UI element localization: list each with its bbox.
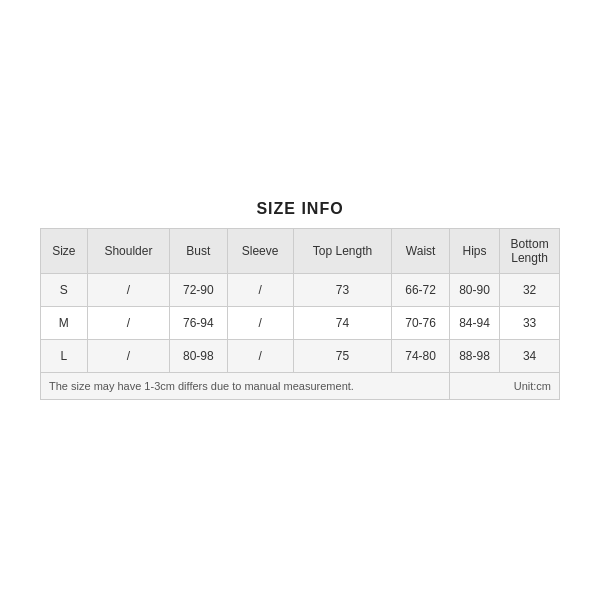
table-cell: / <box>227 307 293 340</box>
table-cell: 34 <box>500 340 560 373</box>
column-header: Bottom Length <box>500 229 560 274</box>
table-cell: L <box>41 340 88 373</box>
table-cell: 73 <box>293 274 392 307</box>
size-table: SizeShoulderBustSleeveTop LengthWaistHip… <box>40 228 560 400</box>
column-header: Hips <box>449 229 499 274</box>
table-row: S/72-90/7366-7280-9032 <box>41 274 560 307</box>
table-cell: 70-76 <box>392 307 449 340</box>
table-cell: 74 <box>293 307 392 340</box>
table-cell: 75 <box>293 340 392 373</box>
table-row: L/80-98/7574-8088-9834 <box>41 340 560 373</box>
column-header: Size <box>41 229 88 274</box>
footer-unit: Unit:cm <box>449 373 559 400</box>
table-cell: 33 <box>500 307 560 340</box>
table-cell: / <box>87 307 169 340</box>
table-cell: / <box>87 274 169 307</box>
table-cell: / <box>227 274 293 307</box>
table-header-row: SizeShoulderBustSleeveTop LengthWaistHip… <box>41 229 560 274</box>
table-cell: / <box>87 340 169 373</box>
table-cell: 76-94 <box>170 307 227 340</box>
table-cell: S <box>41 274 88 307</box>
column-header: Sleeve <box>227 229 293 274</box>
footer-row: The size may have 1-3cm differs due to m… <box>41 373 560 400</box>
column-header: Waist <box>392 229 449 274</box>
table-cell: 74-80 <box>392 340 449 373</box>
footer-note: The size may have 1-3cm differs due to m… <box>41 373 450 400</box>
table-cell: 84-94 <box>449 307 499 340</box>
table-cell: M <box>41 307 88 340</box>
table-cell: 32 <box>500 274 560 307</box>
table-row: M/76-94/7470-7684-9433 <box>41 307 560 340</box>
table-cell: / <box>227 340 293 373</box>
table-cell: 80-90 <box>449 274 499 307</box>
column-header: Shoulder <box>87 229 169 274</box>
column-header: Bust <box>170 229 227 274</box>
table-cell: 66-72 <box>392 274 449 307</box>
table-cell: 80-98 <box>170 340 227 373</box>
table-title: SIZE INFO <box>40 200 560 218</box>
size-info-container: SIZE INFO SizeShoulderBustSleeveTop Leng… <box>40 200 560 400</box>
table-cell: 72-90 <box>170 274 227 307</box>
column-header: Top Length <box>293 229 392 274</box>
table-cell: 88-98 <box>449 340 499 373</box>
